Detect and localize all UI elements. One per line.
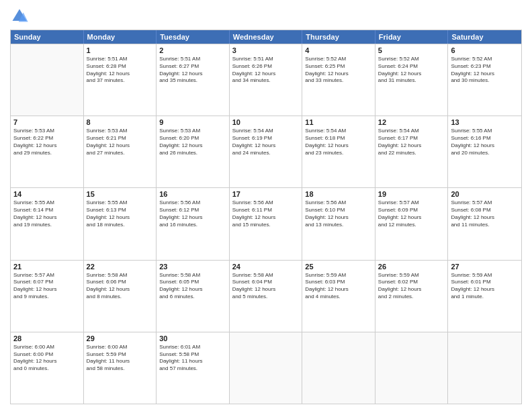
day-header-tuesday: Tuesday xyxy=(157,30,230,44)
day-number: 24 xyxy=(232,263,300,271)
day-header-thursday: Thursday xyxy=(302,30,375,44)
day-number: 23 xyxy=(159,263,226,271)
day-header-friday: Friday xyxy=(375,30,449,44)
day-cell-5: 5Sunrise: 5:52 AM Sunset: 6:24 PM Daylig… xyxy=(375,44,449,116)
day-number: 26 xyxy=(378,263,445,271)
day-number: 20 xyxy=(451,190,519,198)
week-row-3: 14Sunrise: 5:55 AM Sunset: 6:14 PM Dayli… xyxy=(11,187,521,259)
week-row-2: 7Sunrise: 5:53 AM Sunset: 6:22 PM Daylig… xyxy=(11,116,521,187)
day-cell-16: 16Sunrise: 5:56 AM Sunset: 6:12 PM Dayli… xyxy=(157,188,230,259)
day-number: 28 xyxy=(13,334,81,342)
day-number: 4 xyxy=(305,46,372,54)
day-number: 13 xyxy=(451,118,519,126)
day-number: 17 xyxy=(232,190,300,198)
day-cell-24: 24Sunrise: 5:58 AM Sunset: 6:04 PM Dayli… xyxy=(230,261,303,332)
day-info: Sunrise: 5:51 AM Sunset: 6:26 PM Dayligh… xyxy=(232,56,300,85)
day-info: Sunrise: 5:51 AM Sunset: 6:27 PM Dayligh… xyxy=(159,56,226,85)
empty-cell xyxy=(302,332,375,404)
calendar: SundayMondayTuesdayWednesdayThursdayFrid… xyxy=(10,30,522,404)
day-cell-3: 3Sunrise: 5:51 AM Sunset: 6:26 PM Daylig… xyxy=(230,44,303,116)
day-number: 9 xyxy=(159,118,226,126)
day-cell-4: 4Sunrise: 5:52 AM Sunset: 6:25 PM Daylig… xyxy=(302,44,375,116)
day-info: Sunrise: 5:57 AM Sunset: 6:09 PM Dayligh… xyxy=(378,199,445,228)
day-cell-6: 6Sunrise: 5:52 AM Sunset: 6:23 PM Daylig… xyxy=(448,44,521,116)
day-info: Sunrise: 5:54 AM Sunset: 6:18 PM Dayligh… xyxy=(305,128,372,156)
day-number: 2 xyxy=(159,46,226,54)
calendar-header: SundayMondayTuesdayWednesdayThursdayFrid… xyxy=(11,30,521,44)
day-cell-8: 8Sunrise: 5:53 AM Sunset: 6:21 PM Daylig… xyxy=(84,116,157,187)
header xyxy=(10,7,522,26)
day-number: 7 xyxy=(13,118,81,126)
week-row-4: 21Sunrise: 5:57 AM Sunset: 6:07 PM Dayli… xyxy=(11,260,521,332)
empty-cell xyxy=(230,332,303,404)
day-info: Sunrise: 5:59 AM Sunset: 6:02 PM Dayligh… xyxy=(378,272,445,301)
day-info: Sunrise: 5:55 AM Sunset: 6:13 PM Dayligh… xyxy=(87,199,154,228)
day-number: 5 xyxy=(378,46,445,54)
day-cell-7: 7Sunrise: 5:53 AM Sunset: 6:22 PM Daylig… xyxy=(11,116,84,187)
day-info: Sunrise: 5:51 AM Sunset: 6:28 PM Dayligh… xyxy=(87,56,154,85)
day-cell-14: 14Sunrise: 5:55 AM Sunset: 6:14 PM Dayli… xyxy=(11,188,84,259)
day-cell-29: 29Sunrise: 6:00 AM Sunset: 5:59 PM Dayli… xyxy=(84,332,157,404)
day-number: 29 xyxy=(87,334,154,342)
day-number: 21 xyxy=(13,263,81,271)
day-number: 18 xyxy=(305,190,372,198)
day-number: 19 xyxy=(378,190,445,198)
day-header-wednesday: Wednesday xyxy=(230,30,303,44)
empty-cell xyxy=(448,332,521,404)
day-info: Sunrise: 5:58 AM Sunset: 6:05 PM Dayligh… xyxy=(159,272,226,301)
day-cell-17: 17Sunrise: 5:56 AM Sunset: 6:11 PM Dayli… xyxy=(230,188,303,259)
calendar-body: 1Sunrise: 5:51 AM Sunset: 6:28 PM Daylig… xyxy=(11,44,521,404)
day-cell-10: 10Sunrise: 5:54 AM Sunset: 6:19 PM Dayli… xyxy=(230,116,303,187)
day-header-sunday: Sunday xyxy=(11,30,84,44)
day-cell-23: 23Sunrise: 5:58 AM Sunset: 6:05 PM Dayli… xyxy=(157,261,230,332)
day-info: Sunrise: 5:53 AM Sunset: 6:20 PM Dayligh… xyxy=(159,128,226,156)
day-info: Sunrise: 5:57 AM Sunset: 6:07 PM Dayligh… xyxy=(13,272,81,301)
day-number: 3 xyxy=(232,46,300,54)
day-info: Sunrise: 5:56 AM Sunset: 6:10 PM Dayligh… xyxy=(305,199,372,228)
day-cell-30: 30Sunrise: 6:01 AM Sunset: 5:58 PM Dayli… xyxy=(157,332,230,404)
day-info: Sunrise: 5:55 AM Sunset: 6:14 PM Dayligh… xyxy=(13,199,81,228)
day-cell-19: 19Sunrise: 5:57 AM Sunset: 6:09 PM Dayli… xyxy=(375,188,449,259)
logo-icon xyxy=(10,7,29,26)
day-number: 6 xyxy=(451,46,519,54)
day-info: Sunrise: 5:53 AM Sunset: 6:21 PM Dayligh… xyxy=(87,128,154,156)
page: SundayMondayTuesdayWednesdayThursdayFrid… xyxy=(0,0,532,411)
day-info: Sunrise: 5:59 AM Sunset: 6:01 PM Dayligh… xyxy=(451,272,519,301)
day-info: Sunrise: 5:56 AM Sunset: 6:11 PM Dayligh… xyxy=(232,199,300,228)
empty-cell xyxy=(11,44,84,116)
day-number: 10 xyxy=(232,118,300,126)
day-info: Sunrise: 5:58 AM Sunset: 6:04 PM Dayligh… xyxy=(232,272,300,301)
day-number: 8 xyxy=(87,118,154,126)
day-info: Sunrise: 5:53 AM Sunset: 6:22 PM Dayligh… xyxy=(13,128,81,156)
day-cell-26: 26Sunrise: 5:59 AM Sunset: 6:02 PM Dayli… xyxy=(375,261,449,332)
day-number: 22 xyxy=(87,263,154,271)
day-info: Sunrise: 5:59 AM Sunset: 6:03 PM Dayligh… xyxy=(305,272,372,301)
day-number: 25 xyxy=(305,263,372,271)
day-info: Sunrise: 6:00 AM Sunset: 6:00 PM Dayligh… xyxy=(13,344,81,373)
day-number: 30 xyxy=(159,334,226,342)
day-number: 14 xyxy=(13,190,81,198)
day-cell-13: 13Sunrise: 5:55 AM Sunset: 6:16 PM Dayli… xyxy=(448,116,521,187)
day-cell-11: 11Sunrise: 5:54 AM Sunset: 6:18 PM Dayli… xyxy=(302,116,375,187)
day-info: Sunrise: 5:55 AM Sunset: 6:16 PM Dayligh… xyxy=(451,128,519,156)
day-info: Sunrise: 5:52 AM Sunset: 6:24 PM Dayligh… xyxy=(378,56,445,85)
day-number: 11 xyxy=(305,118,372,126)
day-cell-2: 2Sunrise: 5:51 AM Sunset: 6:27 PM Daylig… xyxy=(157,44,230,116)
day-cell-22: 22Sunrise: 5:58 AM Sunset: 6:06 PM Dayli… xyxy=(84,261,157,332)
day-number: 12 xyxy=(378,118,445,126)
day-number: 16 xyxy=(159,190,226,198)
day-info: Sunrise: 5:52 AM Sunset: 6:23 PM Dayligh… xyxy=(451,56,519,85)
day-number: 27 xyxy=(451,263,519,271)
day-cell-18: 18Sunrise: 5:56 AM Sunset: 6:10 PM Dayli… xyxy=(302,188,375,259)
day-cell-1: 1Sunrise: 5:51 AM Sunset: 6:28 PM Daylig… xyxy=(84,44,157,116)
day-info: Sunrise: 6:00 AM Sunset: 5:59 PM Dayligh… xyxy=(87,344,154,373)
day-info: Sunrise: 5:54 AM Sunset: 6:19 PM Dayligh… xyxy=(232,128,300,156)
day-cell-21: 21Sunrise: 5:57 AM Sunset: 6:07 PM Dayli… xyxy=(11,261,84,332)
day-info: Sunrise: 5:56 AM Sunset: 6:12 PM Dayligh… xyxy=(159,199,226,228)
day-cell-12: 12Sunrise: 5:54 AM Sunset: 6:17 PM Dayli… xyxy=(375,116,449,187)
day-info: Sunrise: 5:57 AM Sunset: 6:08 PM Dayligh… xyxy=(451,199,519,228)
day-info: Sunrise: 5:54 AM Sunset: 6:17 PM Dayligh… xyxy=(378,128,445,156)
day-cell-27: 27Sunrise: 5:59 AM Sunset: 6:01 PM Dayli… xyxy=(448,261,521,332)
day-number: 15 xyxy=(87,190,154,198)
day-number: 1 xyxy=(87,46,154,54)
